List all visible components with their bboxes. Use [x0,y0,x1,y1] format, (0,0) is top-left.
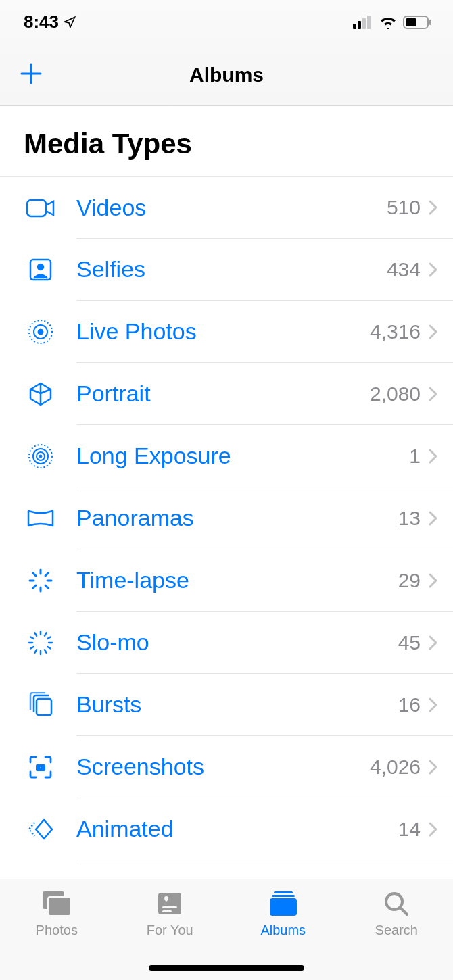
burst-icon [24,692,57,718]
row-label: Bursts [76,691,398,718]
media-types-list: Videos 510 Selfies 434 Liv [0,176,453,860]
row-long-exposure[interactable]: Long Exposure 1 [0,425,453,487]
tab-search[interactable]: Search [340,879,454,980]
nav-header: Albums [0,44,453,106]
chevron-right-icon [429,573,438,588]
portrait-icon [24,381,57,407]
slo-mo-icon [24,630,57,656]
row-slo-mo[interactable]: Slo-mo 45 [0,612,453,674]
chevron-right-icon [429,822,438,837]
svg-line-37 [30,637,33,639]
svg-rect-2 [362,18,366,29]
row-count: 29 [398,569,421,592]
svg-line-22 [45,585,48,588]
search-tab-icon [383,889,410,918]
svg-line-26 [33,573,36,576]
row-count: 434 [387,258,421,281]
status-right [353,16,433,29]
row-live-photos[interactable]: Live Photos 4,316 [0,301,453,363]
status-left: 8:43 [24,11,76,32]
svg-rect-6 [429,20,431,25]
svg-rect-46 [162,910,172,912]
svg-rect-3 [367,16,371,29]
row-animated[interactable]: Animated 14 [0,798,453,860]
row-label: Portrait [76,381,370,407]
svg-point-41 [39,766,42,769]
row-label: Videos [76,195,387,221]
tab-label: For You [147,923,193,938]
row-label: Screenshots [76,754,370,780]
svg-line-32 [45,650,47,652]
svg-point-11 [38,264,43,270]
row-count: 4,316 [370,320,421,343]
svg-rect-45 [162,906,177,908]
chevron-right-icon [429,697,438,712]
svg-point-18 [39,455,42,458]
row-time-lapse[interactable]: Time-lapse 29 [0,549,453,612]
chevron-right-icon [429,262,438,277]
row-label: Live Photos [76,318,370,345]
albums-tab-icon [267,889,300,918]
tab-label: Photos [36,923,78,938]
location-icon [63,16,76,29]
svg-line-24 [33,585,36,588]
screenshot-icon [24,754,57,780]
live-photo-icon [24,319,57,345]
battery-icon [403,16,433,29]
video-icon [24,197,57,219]
plus-icon [19,62,43,86]
row-count: 45 [398,631,421,654]
chevron-right-icon [429,511,438,526]
row-label: Animated [76,816,398,842]
add-button[interactable] [19,62,43,89]
photos-tab-icon [41,889,72,918]
tab-label: Search [375,923,418,938]
svg-point-14 [38,329,43,335]
section-title: Media Types [0,106,453,174]
svg-point-50 [386,893,402,910]
row-videos[interactable]: Videos 510 [0,176,453,239]
home-indicator[interactable] [149,965,304,971]
nav-title: Albums [189,64,264,87]
svg-line-51 [401,908,407,914]
chevron-right-icon [429,760,438,775]
row-label: Selfies [76,256,387,283]
animated-icon [24,817,57,841]
for-you-tab-icon [156,889,184,918]
row-count: 2,080 [370,383,421,406]
wifi-icon [379,16,398,29]
status-bar: 8:43 [0,0,453,44]
tab-label: Albums [260,923,306,938]
row-count: 16 [398,693,421,716]
row-portrait[interactable]: Portrait 2,080 [0,363,453,425]
selfie-icon [24,258,57,282]
chevron-right-icon [429,200,438,215]
svg-rect-47 [274,891,293,893]
long-exposure-icon [24,443,57,469]
svg-rect-5 [406,18,416,26]
svg-rect-0 [353,24,356,29]
row-count: 1 [409,445,421,468]
row-panoramas[interactable]: Panoramas 13 [0,487,453,549]
row-label: Slo-mo [76,629,398,656]
row-label: Panoramas [76,505,398,531]
chevron-right-icon [429,635,438,650]
chevron-right-icon [429,324,438,339]
svg-line-34 [35,650,37,652]
chevron-right-icon [429,387,438,401]
panorama-icon [24,508,57,529]
time-lapse-icon [24,568,57,593]
svg-line-35 [30,647,33,649]
row-selfies[interactable]: Selfies 434 [0,239,453,301]
row-screenshots[interactable]: Screenshots 4,026 [0,736,453,798]
svg-rect-1 [358,21,361,29]
row-bursts[interactable]: Bursts 16 [0,674,453,736]
svg-rect-43 [48,897,71,916]
row-count: 14 [398,818,421,841]
svg-line-38 [35,633,37,635]
svg-line-28 [45,633,47,635]
tab-photos[interactable]: Photos [0,879,114,980]
svg-rect-48 [272,895,295,897]
row-count: 13 [398,507,421,530]
svg-line-29 [47,637,50,639]
